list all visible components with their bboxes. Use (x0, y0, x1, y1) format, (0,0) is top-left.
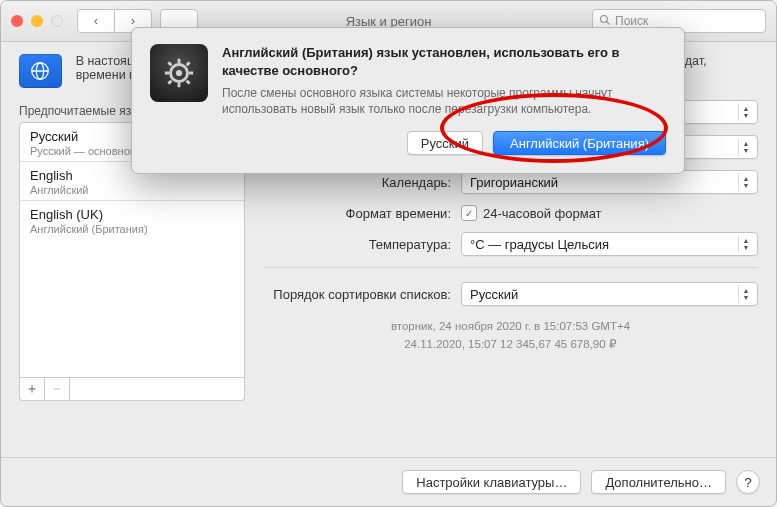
preview-line-1: вторник, 24 ноября 2020 г. в 15:07:53 GM… (263, 317, 758, 335)
timefmt-label: Формат времени: (263, 206, 451, 221)
listsort-value: Русский (470, 287, 518, 302)
search-placeholder: Поиск (615, 14, 648, 28)
dialog-sheet: Английский (Британия) язык установлен, и… (131, 27, 685, 174)
back-button[interactable]: ‹ (77, 9, 115, 33)
svg-line-20 (187, 81, 190, 84)
stepper-icon: ▲▼ (738, 103, 753, 121)
remove-language-button: － (45, 378, 70, 400)
zoom-icon (51, 15, 63, 27)
dialog-secondary-button[interactable]: Русский (407, 131, 483, 155)
add-language-button[interactable]: ＋ (20, 378, 45, 400)
dialog-body: После смены основного языка системы неко… (222, 85, 666, 117)
list-item-sub: Английский (Британия) (30, 223, 234, 235)
preferences-window: ‹ › Язык и регион Поиск (0, 0, 777, 507)
svg-point-23 (176, 70, 182, 76)
stepper-icon: ▲▼ (738, 285, 753, 303)
formats-preview: вторник, 24 ноября 2020 г. в 15:07:53 GM… (263, 317, 758, 354)
close-icon[interactable] (11, 15, 23, 27)
stepper-icon: ▲▼ (738, 138, 753, 156)
temperature-select[interactable]: °C — градусы Цельсия ▲▼ (461, 232, 758, 256)
calendar-value: Григорианский (470, 175, 558, 190)
chevron-right-icon: › (131, 14, 135, 28)
traffic-lights (11, 15, 63, 27)
dialog-primary-button[interactable]: Английский (Британия) (493, 131, 666, 155)
list-item[interactable]: English (UK) Английский (Британия) (20, 201, 244, 239)
stepper-icon: ▲▼ (738, 173, 753, 191)
timefmt-checkbox-label: 24-часовой формат (483, 206, 602, 221)
globe-flag-icon (19, 54, 62, 88)
preview-line-2: 24.11.2020, 15:07 12 345,67 45 678,90 ₽ (263, 335, 758, 353)
bottom-bar: Настройки клавиатуры… Дополнительно… ? (1, 457, 776, 506)
listsort-select[interactable]: Русский ▲▼ (461, 282, 758, 306)
svg-line-10 (607, 21, 610, 24)
dialog-heading: Английский (Британия) язык установлен, и… (222, 44, 666, 79)
svg-line-21 (168, 81, 171, 84)
keyboard-settings-button[interactable]: Настройки клавиатуры… (402, 470, 581, 494)
separator (263, 267, 758, 268)
temperature-label: Температура: (263, 237, 451, 252)
stepper-icon: ▲▼ (738, 235, 753, 253)
list-footer: ＋ － (19, 378, 245, 401)
system-preferences-icon (150, 44, 208, 102)
temperature-value: °C — градусы Цельсия (470, 237, 609, 252)
list-item-title: English (UK) (30, 207, 234, 222)
listsort-label: Порядок сортировки списков: (263, 287, 451, 302)
minimize-icon[interactable] (31, 15, 43, 27)
svg-line-22 (187, 62, 190, 65)
svg-point-9 (601, 15, 608, 22)
advanced-button[interactable]: Дополнительно… (591, 470, 726, 494)
timefmt-checkbox[interactable]: ✓ (461, 205, 477, 221)
help-button[interactable]: ? (736, 470, 760, 494)
svg-line-19 (168, 62, 171, 65)
list-item-sub: Английский (30, 184, 234, 196)
chevron-left-icon: ‹ (94, 14, 98, 28)
calendar-label: Календарь: (263, 175, 451, 190)
